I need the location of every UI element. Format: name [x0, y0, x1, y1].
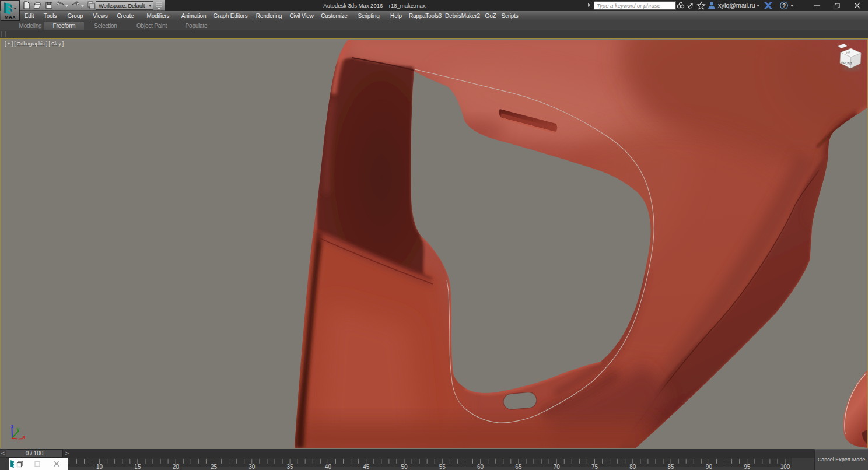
svg-text:?: ?: [782, 3, 786, 9]
svg-text:15: 15: [134, 464, 141, 470]
svg-text:95: 95: [744, 464, 751, 470]
svg-text:50: 50: [401, 464, 408, 470]
svg-text:100: 100: [780, 464, 790, 470]
svg-text:y: y: [17, 426, 20, 432]
svg-text:25: 25: [211, 464, 218, 470]
svg-text:xylq@mail.ru: xylq@mail.ru: [718, 2, 755, 9]
svg-text:x: x: [23, 434, 26, 440]
svg-text:55: 55: [439, 464, 446, 470]
svg-text:80: 80: [629, 464, 636, 470]
svg-text:45: 45: [363, 464, 370, 470]
svg-text:70: 70: [554, 464, 561, 470]
svg-text:85: 85: [668, 464, 675, 470]
svg-text:10: 10: [96, 464, 103, 470]
svg-text:40: 40: [325, 464, 332, 470]
svg-text:z: z: [11, 423, 13, 429]
svg-text:75: 75: [592, 464, 598, 470]
svg-text:60: 60: [477, 464, 484, 470]
svg-text:35: 35: [287, 464, 294, 470]
svg-text:20: 20: [173, 464, 180, 470]
svg-text:65: 65: [515, 464, 522, 470]
svg-text:30: 30: [249, 464, 256, 470]
svg-text:90: 90: [706, 464, 713, 470]
